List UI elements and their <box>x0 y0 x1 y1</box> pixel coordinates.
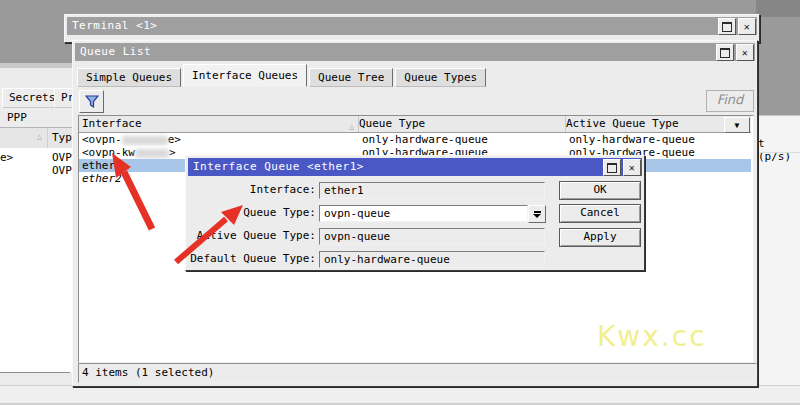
terminal-titlebar[interactable]: Terminal <1> ✕ <box>67 17 757 35</box>
column-header-active-queue-type[interactable]: Active Queue Type <box>563 116 727 132</box>
background-cell: OVP <box>52 151 72 164</box>
background-strip <box>756 0 800 17</box>
table-header: Interface △ Queue Type Active Queue Type… <box>79 116 751 133</box>
app-bottom-bar <box>0 385 800 405</box>
ppp-scanner-button[interactable]: PPP Scanner <box>0 108 79 128</box>
dialog-titlebar[interactable]: Interface Queue <ether1> ✕ <box>188 158 642 176</box>
background-column-fragment: t (p/s) <box>758 137 800 163</box>
column-header-interface[interactable]: Interface △ <box>79 116 359 132</box>
default-queue-type-field: only-hardware-queue <box>319 251 545 268</box>
row-divider <box>756 152 800 153</box>
column-header-queue-type[interactable]: Queue Type <box>356 116 566 132</box>
interface-label: Interface: <box>188 182 316 198</box>
queue-list-title: Queue List <box>80 45 151 58</box>
sort-asc-icon: △ <box>349 119 354 132</box>
background-table: e> OVP OVP <box>0 148 72 372</box>
background-column-type: Typ <box>52 131 72 144</box>
sort-asc-icon: △ <box>37 132 42 141</box>
redacted-text <box>135 149 169 158</box>
apply-button[interactable]: Apply <box>559 228 641 247</box>
queue-type-label: Queue Type: <box>188 205 316 221</box>
tab-simple-queues[interactable]: Simple Queues <box>77 68 181 87</box>
maximize-icon[interactable] <box>603 159 621 176</box>
dropdown-arrow-icon <box>533 214 541 218</box>
table-row[interactable]: <ovpn-e> only-hardware-queue only-hardwa… <box>79 133 751 146</box>
default-queue-type-label: Default Queue Type: <box>188 251 316 267</box>
tab-queue-types[interactable]: Queue Types <box>395 68 486 87</box>
dialog-title: Interface Queue <ether1> <box>193 160 364 173</box>
active-queue-type-label: Active Queue Type: <box>188 228 316 244</box>
redacted-text <box>122 136 168 145</box>
maximize-icon[interactable] <box>716 44 734 61</box>
queue-type-dropdown-button[interactable] <box>528 205 546 223</box>
close-icon[interactable]: ✕ <box>736 44 754 61</box>
filter-funnel-icon <box>85 95 99 108</box>
tab-queue-tree[interactable]: Queue Tree <box>309 68 393 87</box>
ok-button[interactable]: OK <box>559 181 641 200</box>
dropdown-arrow-icon <box>534 211 541 213</box>
interface-field: ether1 <box>319 182 545 199</box>
filter-button[interactable] <box>79 90 104 113</box>
background-table-header: △ Typ <box>0 128 72 149</box>
tab-interface-queues[interactable]: Interface Queues <box>183 64 307 87</box>
background-cell: e> <box>0 151 13 164</box>
column-select-dropdown-icon[interactable]: ▼ <box>724 117 750 133</box>
status-bar: 4 items (1 selected) <box>78 363 757 383</box>
cancel-button[interactable]: Cancel <box>559 204 641 223</box>
background-status-bar <box>0 372 70 385</box>
queue-tabs: Simple Queues Interface Queues Queue Tre… <box>77 65 488 87</box>
maximize-icon[interactable] <box>718 18 736 35</box>
terminal-title: Terminal <1> <box>72 19 157 32</box>
background-left-window: Secrets Pr PPP Scanner △ Typ e> OVP OVP <box>0 0 72 405</box>
terminal-window: Terminal <1> ✕ <box>64 14 760 43</box>
queue-list-titlebar[interactable]: Queue List ✕ <box>75 43 755 61</box>
active-queue-type-field: ovpn-queue <box>319 228 545 245</box>
background-right-window: t (p/s) <box>756 0 800 405</box>
background-cell: OVP <box>52 164 72 177</box>
close-icon[interactable]: ✕ <box>738 18 756 35</box>
find-button[interactable]: Find <box>706 90 754 112</box>
close-icon[interactable]: ✕ <box>623 159 641 176</box>
background-list: t (p/s) <box>756 115 800 386</box>
queue-type-input[interactable]: ovpn-queue <box>319 205 528 222</box>
interface-queue-dialog: Interface Queue <ether1> ✕ Interface: et… <box>185 155 645 271</box>
